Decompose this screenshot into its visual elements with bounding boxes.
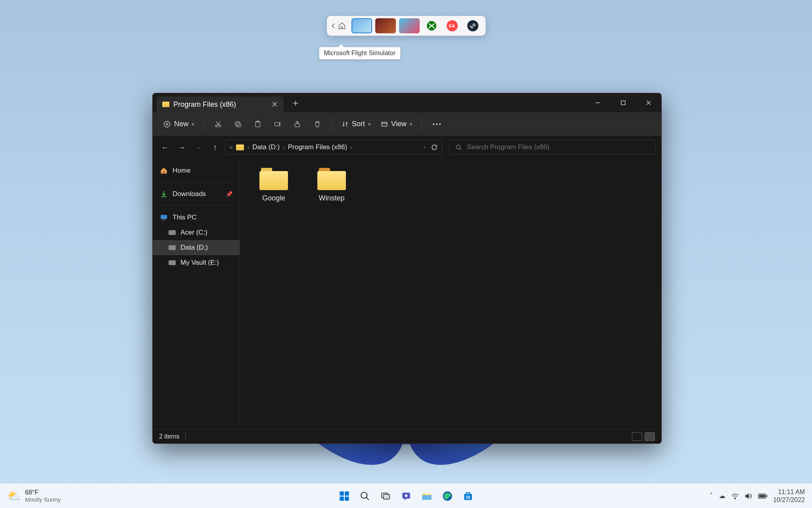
game-tile-2[interactable] <box>375 18 396 33</box>
folder-icon <box>317 168 346 190</box>
close-window-button[interactable] <box>636 93 661 112</box>
svg-rect-15 <box>275 122 280 125</box>
svg-rect-23 <box>161 215 167 219</box>
details-view-button[interactable] <box>632 432 642 441</box>
svg-rect-27 <box>340 496 344 501</box>
share-button[interactable] <box>289 117 306 131</box>
clock[interactable]: 11:11 AM 10/27/2022 <box>773 488 805 504</box>
sidebar-drive-e[interactable]: My Vault (E:) <box>153 255 240 270</box>
item-count: 2 items <box>159 433 180 440</box>
game-tile-flight-simulator[interactable] <box>351 18 372 33</box>
folder-icon <box>236 144 244 150</box>
sidebar-this-pc[interactable]: This PC <box>153 210 240 225</box>
gamebar-tooltip: Microsoft Flight Simulator <box>319 47 401 60</box>
breadcrumb-folder[interactable]: Program Files (x86) <box>288 143 347 151</box>
wifi-icon[interactable] <box>731 493 739 499</box>
status-bar: 2 items <box>153 429 661 443</box>
copy-button[interactable] <box>229 117 247 131</box>
explorer-tab[interactable]: Program Files (x86) ✕ <box>157 96 284 112</box>
sidebar-drive-c[interactable]: Acer (C:) <box>153 225 240 240</box>
address-dropdown[interactable]: ⌄ <box>423 144 427 151</box>
svg-rect-7 <box>621 101 625 105</box>
taskbar: ⛅ 68°F Mostly Sunny ˄ ☁ <box>0 483 812 508</box>
icons-view-button[interactable] <box>645 432 655 441</box>
sidebar-home[interactable]: Home <box>153 163 240 178</box>
svg-rect-26 <box>345 491 349 496</box>
paste-button[interactable] <box>249 117 267 131</box>
onedrive-icon[interactable]: ☁ <box>719 492 726 500</box>
weather-icon: ⛅ <box>7 489 21 502</box>
forward-button[interactable]: → <box>175 140 188 154</box>
folder-winstep[interactable]: Winstep <box>310 168 353 202</box>
drive-icon <box>169 245 176 250</box>
svg-rect-25 <box>340 491 344 496</box>
search-button[interactable] <box>357 488 373 504</box>
svg-rect-22 <box>163 171 164 174</box>
svg-point-33 <box>405 494 407 497</box>
new-tab-button[interactable]: ＋ <box>291 96 300 109</box>
address-bar[interactable]: « › Data (D:) › Program Files (x86) › ⌄ <box>225 140 442 155</box>
svg-rect-24 <box>163 220 165 221</box>
svg-rect-34 <box>422 495 431 500</box>
view-button[interactable]: View ▾ <box>377 117 416 131</box>
search-box[interactable] <box>449 140 656 155</box>
delete-button[interactable] <box>309 117 326 131</box>
svg-rect-37 <box>466 495 467 496</box>
recent-button[interactable]: ⌄ <box>192 140 205 154</box>
breadcrumb-drive[interactable]: Data (D:) <box>252 143 280 151</box>
folder-icon <box>162 102 169 107</box>
svg-rect-28 <box>345 496 349 501</box>
sidebar: Home Downloads 📌 This PC Acer (C:) Data … <box>153 158 240 429</box>
more-button[interactable] <box>428 120 446 129</box>
search-input[interactable] <box>467 143 650 151</box>
weather-widget[interactable]: ⛅ 68°F Mostly Sunny <box>0 489 61 503</box>
titlebar: Program Files (x86) ✕ ＋ <box>153 93 661 112</box>
search-icon <box>455 144 462 151</box>
svg-point-21 <box>456 145 460 149</box>
volume-icon[interactable] <box>745 493 752 500</box>
service-steam[interactable] <box>464 18 482 33</box>
battery-icon[interactable] <box>758 493 768 499</box>
nav-row: ← → ⌄ ↑ « › Data (D:) › Program Files (x… <box>153 136 661 158</box>
tray-overflow[interactable]: ˄ <box>710 492 713 500</box>
svg-point-4 <box>473 25 474 25</box>
chevron-down-icon: ▾ <box>192 121 194 127</box>
content-area[interactable]: Google Winstep <box>240 158 661 429</box>
gamebar-back-button[interactable] <box>331 23 336 29</box>
service-ea[interactable]: EA <box>443 18 461 33</box>
task-view-button[interactable] <box>377 488 394 504</box>
up-button[interactable]: ↑ <box>208 140 222 154</box>
sidebar-downloads[interactable]: Downloads 📌 <box>153 187 240 202</box>
drive-icon <box>169 230 176 235</box>
cut-button[interactable] <box>209 117 227 131</box>
service-xbox[interactable] <box>423 18 440 33</box>
svg-rect-40 <box>468 497 470 498</box>
minimize-button[interactable] <box>585 93 610 112</box>
rename-button[interactable] <box>269 117 286 131</box>
weather-desc: Mostly Sunny <box>25 496 61 503</box>
tab-title: Program Files (x86) <box>173 100 236 109</box>
new-button[interactable]: New ▾ <box>159 117 198 131</box>
chevron-down-icon: ▾ <box>368 121 370 127</box>
svg-rect-31 <box>383 494 389 499</box>
start-button[interactable] <box>336 488 353 504</box>
back-button[interactable]: ← <box>158 140 172 154</box>
svg-rect-44 <box>766 495 767 497</box>
sidebar-drive-d[interactable]: Data (D:) <box>153 240 240 255</box>
chevron-down-icon: ▾ <box>410 121 412 127</box>
gamebar-home-button[interactable] <box>338 22 346 30</box>
tab-close-button[interactable]: ✕ <box>271 100 278 109</box>
svg-rect-39 <box>466 497 467 498</box>
svg-point-19 <box>436 123 438 125</box>
store-button[interactable] <box>460 488 476 504</box>
svg-point-18 <box>433 123 434 125</box>
sort-button[interactable]: Sort ▾ <box>338 117 374 131</box>
refresh-button[interactable] <box>431 144 438 151</box>
game-tile-forza[interactable] <box>399 18 420 33</box>
edge-button[interactable] <box>439 488 456 504</box>
file-explorer-button[interactable] <box>418 488 435 504</box>
svg-rect-17 <box>382 122 387 126</box>
folder-google[interactable]: Google <box>252 168 296 202</box>
chat-button[interactable] <box>398 488 415 504</box>
maximize-button[interactable] <box>610 93 636 112</box>
